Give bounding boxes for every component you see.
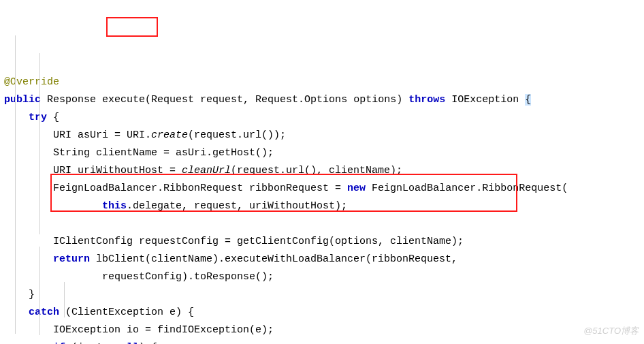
static-call: cleanUrl <box>182 165 231 176</box>
keyword-throws: throws <box>408 94 445 106</box>
dot: . <box>127 200 133 212</box>
brace: { <box>47 112 59 123</box>
code-block: @Override public Response execute(Reques… <box>4 74 640 344</box>
code-line: String clientName = asUri.getHost(); <box>53 147 274 159</box>
code-line: (request.url()); <box>188 129 286 141</box>
params: (Request request, Request.Options option… <box>145 94 402 106</box>
brace-open: { <box>525 94 531 106</box>
catch-param: (ClientException e) { <box>59 307 194 318</box>
static-call: create <box>151 129 188 141</box>
code-line: lbClient(clientName).executeWithLoadBala… <box>90 253 457 265</box>
brace-close: } <box>29 289 35 300</box>
type: Response <box>47 94 96 106</box>
code-line: URI asUri = URI. <box>53 129 151 141</box>
code-line: IClientConfig requestConfig = getClientC… <box>53 236 464 247</box>
code-line: requestConfig).toResponse(); <box>102 271 274 283</box>
method-name: execute <box>102 94 145 106</box>
watermark: @51CTO博客 <box>583 322 639 340</box>
field: delegate <box>133 200 182 212</box>
code-line: , request, uriWithoutHost); <box>182 200 347 212</box>
annotation: @Override <box>4 76 59 88</box>
code-line: FeignLoadBalancer.RibbonRequest ribbonRe… <box>53 183 347 194</box>
code-line: IOException io = findIOException(e); <box>53 324 274 336</box>
code-line: URI uriWithoutHost = <box>53 165 182 176</box>
code-line: FeignLoadBalancer.RibbonRequest( <box>366 183 568 194</box>
exception-type: IOException <box>451 94 519 106</box>
keyword-new: new <box>347 183 366 194</box>
keyword-catch: catch <box>29 307 59 318</box>
keyword-public: public <box>4 94 41 106</box>
keyword-try: try <box>29 112 47 123</box>
keyword-this: this <box>102 200 127 212</box>
code-line: (request.url(), clientName); <box>231 165 402 176</box>
keyword-return: return <box>53 253 90 265</box>
highlight-box-method <box>106 17 158 37</box>
